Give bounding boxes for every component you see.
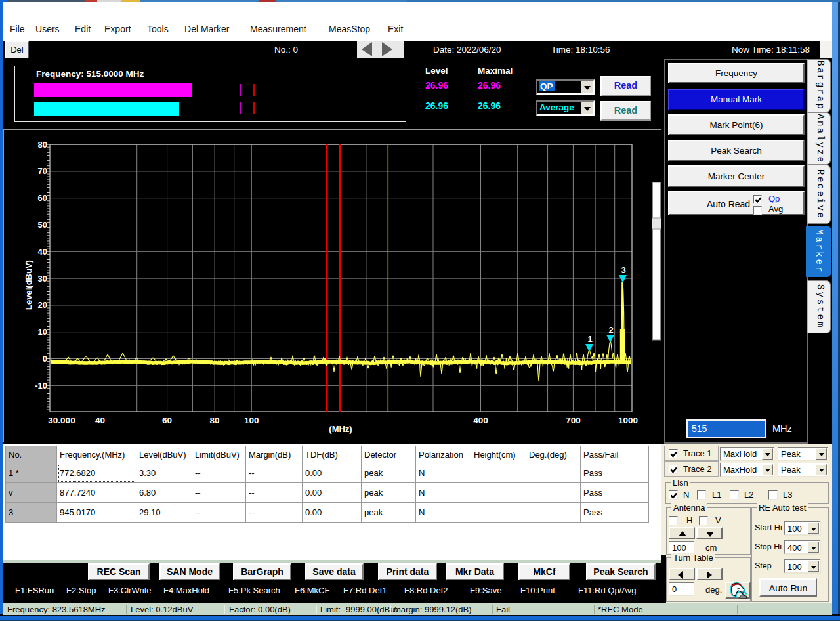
svg-text:80: 80 xyxy=(210,416,220,425)
svg-text:70: 70 xyxy=(38,166,47,176)
svg-text:1000: 1000 xyxy=(618,416,638,425)
svg-text:10: 10 xyxy=(38,327,47,337)
svg-text:30.000: 30.000 xyxy=(48,416,75,425)
svg-text:2: 2 xyxy=(608,325,613,335)
svg-text:1: 1 xyxy=(587,334,592,344)
svg-text:Level(dBuV): Level(dBuV) xyxy=(24,260,33,310)
svg-text:60: 60 xyxy=(38,193,47,203)
svg-text:100: 100 xyxy=(244,416,259,425)
svg-text:50: 50 xyxy=(38,220,47,230)
svg-text:3: 3 xyxy=(621,265,625,275)
svg-text:20: 20 xyxy=(38,300,47,310)
svg-text:40: 40 xyxy=(38,247,47,257)
svg-text:60: 60 xyxy=(162,416,172,425)
svg-text:80: 80 xyxy=(38,140,47,150)
svg-text:40: 40 xyxy=(95,416,105,425)
svg-text:0: 0 xyxy=(43,354,47,364)
svg-text:(MHz): (MHz) xyxy=(329,424,352,434)
svg-text:400: 400 xyxy=(473,416,488,425)
svg-text:30: 30 xyxy=(38,274,47,284)
svg-text:-10: -10 xyxy=(35,381,47,391)
svg-text:700: 700 xyxy=(566,416,581,425)
